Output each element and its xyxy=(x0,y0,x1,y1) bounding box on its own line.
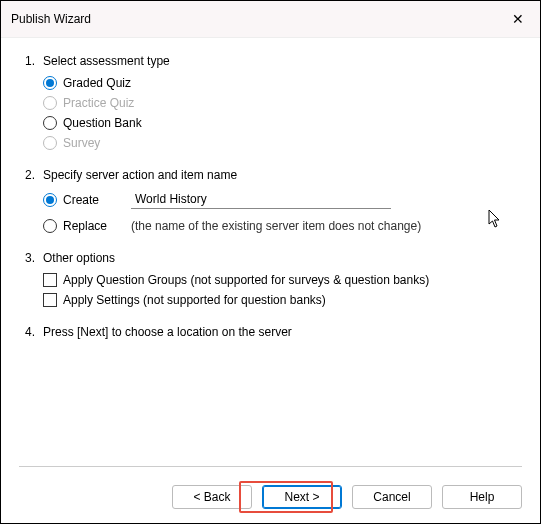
checkbox-label: Apply Settings (not supported for questi… xyxy=(63,293,326,307)
radio-icon xyxy=(43,193,57,207)
radio-icon xyxy=(43,219,57,233)
step-3-number: 3. xyxy=(25,251,43,265)
step-1: 1. Select assessment type Graded Quiz Pr… xyxy=(25,54,516,150)
radio-icon xyxy=(43,136,57,150)
radio-icon xyxy=(43,116,57,130)
radio-label: Question Bank xyxy=(63,116,142,130)
close-button[interactable]: ✕ xyxy=(506,7,530,31)
cancel-button[interactable]: Cancel xyxy=(352,485,432,509)
radio-label: Graded Quiz xyxy=(63,76,131,90)
wizard-content: 1. Select assessment type Graded Quiz Pr… xyxy=(1,38,540,339)
titlebar: Publish Wizard ✕ xyxy=(1,1,540,38)
button-row: < Back Next > Cancel Help xyxy=(1,485,540,509)
replace-note: (the name of the existing server item do… xyxy=(131,219,421,233)
help-button[interactable]: Help xyxy=(442,485,522,509)
radio-create[interactable]: Create xyxy=(43,190,516,209)
checkbox-apply-groups[interactable]: Apply Question Groups (not supported for… xyxy=(43,273,516,287)
step-1-title: Select assessment type xyxy=(43,54,170,68)
step-1-number: 1. xyxy=(25,54,43,68)
step-2-title: Specify server action and item name xyxy=(43,168,237,182)
checkbox-icon xyxy=(43,273,57,287)
radio-label: Replace xyxy=(63,219,115,233)
next-button[interactable]: Next > xyxy=(262,485,342,509)
radio-label: Survey xyxy=(63,136,100,150)
checkbox-label: Apply Question Groups (not supported for… xyxy=(63,273,429,287)
radio-survey[interactable]: Survey xyxy=(43,136,516,150)
step-2-number: 2. xyxy=(25,168,43,182)
step-4-number: 4. xyxy=(25,325,43,339)
radio-label: Create xyxy=(63,193,115,207)
checkbox-icon xyxy=(43,293,57,307)
step-3: 3. Other options Apply Question Groups (… xyxy=(25,251,516,307)
back-button[interactable]: < Back xyxy=(172,485,252,509)
radio-label: Practice Quiz xyxy=(63,96,134,110)
checkbox-apply-settings[interactable]: Apply Settings (not supported for questi… xyxy=(43,293,516,307)
radio-question-bank[interactable]: Question Bank xyxy=(43,116,516,130)
radio-practice-quiz[interactable]: Practice Quiz xyxy=(43,96,516,110)
step-4-title: Press [Next] to choose a location on the… xyxy=(43,325,292,339)
radio-graded-quiz[interactable]: Graded Quiz xyxy=(43,76,516,90)
step-2: 2. Specify server action and item name C… xyxy=(25,168,516,233)
radio-icon xyxy=(43,96,57,110)
step-4: 4. Press [Next] to choose a location on … xyxy=(25,325,516,339)
step-3-title: Other options xyxy=(43,251,115,265)
window-title: Publish Wizard xyxy=(11,12,91,26)
separator xyxy=(19,466,522,467)
radio-replace[interactable]: Replace (the name of the existing server… xyxy=(43,219,516,233)
radio-icon xyxy=(43,76,57,90)
item-name-input[interactable] xyxy=(131,190,391,209)
